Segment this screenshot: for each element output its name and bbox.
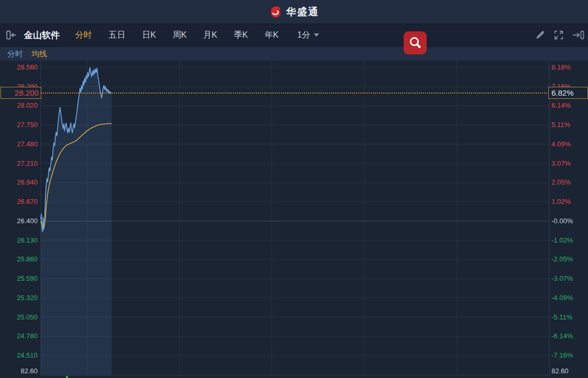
brand: 华盛通 bbox=[269, 5, 319, 19]
stock-name: 金山软件 bbox=[24, 29, 60, 41]
period-tab-5[interactable]: 季K bbox=[234, 30, 248, 41]
percent-axis-label: -5.11% bbox=[551, 313, 587, 322]
price-axis-label: 26.130 bbox=[0, 236, 38, 245]
price-axis-label: 27.210 bbox=[0, 159, 38, 168]
percent-axis-label: 2.05% bbox=[551, 178, 587, 187]
price-axis-label: 25.860 bbox=[0, 255, 38, 264]
percent-axis-label: 1.02% bbox=[551, 198, 587, 206]
chart-toolbar: 金山软件 分时五日日K周K月K季K年K 1分 bbox=[0, 24, 588, 47]
percent-axis-label: 3.07% bbox=[551, 159, 587, 168]
period-tab-2[interactable]: 日K bbox=[142, 30, 156, 41]
price-axis-label: 28.020 bbox=[0, 101, 38, 110]
price-axis-label: 26.400 bbox=[0, 217, 38, 225]
percent-axis-label: 6.14% bbox=[551, 101, 587, 110]
percent-axis-label: -1.02% bbox=[551, 236, 587, 245]
volume-axis-label-left: 82.60 bbox=[0, 367, 38, 375]
price-axis-label: 26.670 bbox=[0, 198, 38, 206]
period-tab-0[interactable]: 分时 bbox=[75, 30, 92, 41]
move-right-icon[interactable] bbox=[572, 30, 585, 40]
expand-icon[interactable] bbox=[553, 29, 565, 41]
minute-period-dropdown[interactable]: 1分 bbox=[297, 30, 319, 41]
price-axis-label: 27.750 bbox=[0, 121, 38, 129]
current-change-tag: 6.82% bbox=[548, 87, 588, 99]
percent-axis-label: 5.11% bbox=[551, 121, 587, 129]
percent-axis-label: -6.14% bbox=[551, 332, 587, 340]
period-tab-1[interactable]: 五日 bbox=[109, 30, 125, 41]
percent-axis-label: 4.09% bbox=[551, 140, 587, 148]
price-axis-label: 27.480 bbox=[0, 140, 38, 148]
collapse-panel-icon[interactable] bbox=[5, 30, 17, 40]
price-axis-label: 26.940 bbox=[0, 178, 38, 187]
app-title: 华盛通 bbox=[286, 5, 319, 19]
intraday-chart[interactable]: 28.5608.18%28.2907.16%28.0206.14%27.7505… bbox=[0, 61, 588, 378]
brand-logo-icon bbox=[269, 5, 283, 19]
percent-axis-label: 8.18% bbox=[551, 63, 587, 72]
legend-item-0[interactable]: 分时 bbox=[7, 49, 23, 59]
price-axis-label: 25.590 bbox=[0, 274, 38, 283]
period-tab-3[interactable]: 周K bbox=[173, 30, 187, 41]
chevron-down-icon bbox=[314, 33, 319, 37]
percent-axis-label: -0.00% bbox=[551, 217, 587, 225]
price-axis-label: 25.320 bbox=[0, 294, 38, 302]
price-axis-label: 28.560 bbox=[0, 63, 38, 72]
top-bar: 华盛通 bbox=[0, 0, 588, 24]
pencil-icon[interactable] bbox=[534, 29, 546, 41]
percent-axis-label: -7.16% bbox=[551, 351, 587, 360]
period-tab-6[interactable]: 年K bbox=[265, 30, 279, 41]
price-axis-label: 25.050 bbox=[0, 313, 38, 322]
current-price-tag: 28.200 bbox=[1, 87, 41, 99]
volume-axis-label-right: 82.60 bbox=[551, 367, 587, 375]
legend-item-1[interactable]: 均线 bbox=[31, 49, 47, 59]
search-button[interactable] bbox=[404, 31, 427, 54]
period-tab-4[interactable]: 月K bbox=[203, 30, 217, 41]
current-price-line bbox=[41, 93, 549, 94]
minute-period-label: 1分 bbox=[297, 30, 310, 41]
app-window: 华盛通 金山软件 分时五日日K周K月K季K年K 1分 bbox=[0, 0, 588, 378]
price-axis-label: 24.780 bbox=[0, 332, 38, 340]
percent-axis-label: -3.07% bbox=[551, 274, 587, 283]
chart-legend: 分时均线 bbox=[0, 47, 588, 61]
period-tabs: 分时五日日K周K月K季K年K bbox=[67, 30, 287, 41]
percent-axis-label: -4.09% bbox=[551, 294, 587, 302]
percent-axis-label: -2.05% bbox=[551, 255, 587, 264]
price-axis-label: 24.510 bbox=[0, 351, 38, 360]
chart-canvas[interactable] bbox=[0, 61, 588, 378]
search-icon bbox=[408, 36, 422, 50]
toolbar-right-icons bbox=[534, 27, 585, 43]
